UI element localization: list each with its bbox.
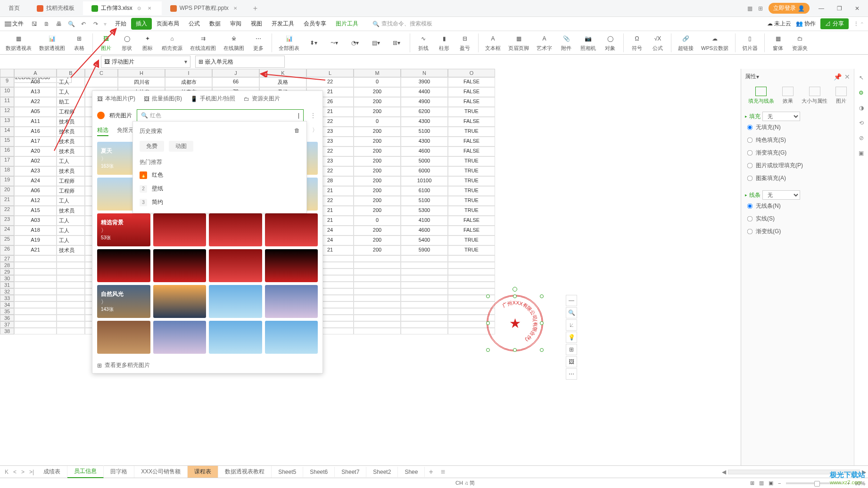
radio-nofill[interactable]: 无填充(N) xyxy=(745,121,850,134)
add-sheet-button[interactable]: + xyxy=(425,468,437,476)
row-header[interactable]: 17 xyxy=(0,156,14,166)
cell[interactable] xyxy=(354,301,401,308)
cell[interactable]: 66 xyxy=(212,77,259,87)
radio-solidline[interactable]: 实线(S) xyxy=(745,212,850,225)
cell[interactable] xyxy=(57,255,85,262)
row-header[interactable]: 25 xyxy=(0,236,14,245)
rotate-handle[interactable] xyxy=(513,287,517,292)
command-search[interactable]: 🔍 查找命令、搜索模板 xyxy=(372,20,432,28)
thumb[interactable] xyxy=(153,285,207,318)
row-header[interactable]: 30 xyxy=(0,275,14,282)
attach-button[interactable]: 📎附件 xyxy=(557,33,576,53)
sheet-tab[interactable]: Sheet2 xyxy=(366,467,398,477)
cell[interactable] xyxy=(14,321,57,328)
coop-button[interactable]: 👥 协作 xyxy=(796,20,816,28)
mindmap-button[interactable]: ※在线脑图 xyxy=(221,33,247,53)
cell[interactable]: 工程师 xyxy=(57,107,85,117)
sparkline-wl-button[interactable]: ⊟盈亏 xyxy=(455,33,474,53)
cell[interactable]: 200 xyxy=(354,87,401,97)
sheet-tab[interactable]: 田字格 xyxy=(104,466,134,478)
cell[interactable] xyxy=(401,308,448,315)
filter-more[interactable]: 〉 xyxy=(312,126,318,136)
col-header[interactable]: O xyxy=(448,69,495,77)
ribbon-tab-formula[interactable]: 公式 xyxy=(184,18,205,30)
thumb[interactable] xyxy=(209,285,262,318)
props-tab-effect[interactable]: 效果 xyxy=(780,85,795,106)
cell[interactable]: TRUE xyxy=(448,206,495,216)
cell[interactable] xyxy=(14,301,57,308)
cell[interactable]: FALSE xyxy=(448,97,495,107)
cell[interactable]: 4100 xyxy=(401,216,448,226)
cell[interactable]: 200 xyxy=(354,206,401,216)
cell[interactable]: TRUE xyxy=(448,176,495,186)
picture-button[interactable]: 🖼图片 xyxy=(97,33,116,53)
close-button[interactable]: ✕ xyxy=(851,2,863,15)
ribbon-tab-layout[interactable]: 页面布局 xyxy=(152,18,184,30)
close-icon[interactable]: ✕ xyxy=(844,73,850,81)
last-sheet-icon[interactable]: >| xyxy=(29,469,34,475)
cell[interactable]: FALSE xyxy=(448,117,495,127)
cell[interactable]: A12 xyxy=(14,196,57,206)
cell[interactable] xyxy=(85,77,118,87)
cell[interactable] xyxy=(448,288,495,295)
flowchart-button[interactable]: ⇉在线流程图 xyxy=(187,33,219,53)
row-header[interactable]: 14 xyxy=(0,127,14,137)
tab-workbook[interactable]: 工作簿3.xlsx ⊙ ✕ xyxy=(83,1,162,15)
cell[interactable]: 5900 xyxy=(401,245,448,255)
ribbon-tab-dev[interactable]: 开发工具 xyxy=(267,18,299,30)
cell[interactable] xyxy=(401,282,448,288)
cell[interactable]: A18 xyxy=(14,226,57,236)
cell[interactable]: 5300 xyxy=(401,206,448,216)
thumb[interactable] xyxy=(265,213,318,246)
sparkline-bar-button[interactable]: ▮柱形 xyxy=(435,33,454,53)
col-header[interactable]: K xyxy=(259,69,306,77)
cell[interactable]: 4300 xyxy=(401,117,448,127)
row-header[interactable]: 15 xyxy=(0,137,14,146)
row-header[interactable]: 10 xyxy=(0,87,14,97)
cell[interactable]: 0 xyxy=(354,216,401,226)
cell[interactable]: 4900 xyxy=(401,97,448,107)
cell[interactable]: 200 xyxy=(354,137,401,146)
row-header[interactable]: 37 xyxy=(0,321,14,328)
cell[interactable]: 4600 xyxy=(401,226,448,236)
cell[interactable]: 工人 xyxy=(57,77,85,87)
fill-section-header[interactable]: 填充 无 xyxy=(745,112,850,121)
crop-button[interactable]: ⟀ xyxy=(566,319,577,331)
cell[interactable] xyxy=(448,255,495,262)
login-button[interactable]: 立即登录👤 xyxy=(769,3,810,14)
row-header[interactable]: 35 xyxy=(0,308,14,315)
src-batch[interactable]: 🖼批量插图(B) xyxy=(144,95,182,103)
row-header[interactable]: 20 xyxy=(0,186,14,196)
cell[interactable] xyxy=(448,262,495,268)
restore-button[interactable]: ❐ xyxy=(833,2,845,15)
row-header[interactable]: 38 xyxy=(0,328,14,334)
cell[interactable] xyxy=(14,255,57,262)
hyperlink-button[interactable]: 🔗超链接 xyxy=(675,33,696,53)
cell[interactable]: 技术员 xyxy=(57,206,85,216)
row-header[interactable]: 11 xyxy=(0,97,14,107)
hbar-icon[interactable]: ▤▾ xyxy=(366,37,385,49)
col-header[interactable] xyxy=(0,69,14,77)
col-header[interactable]: J xyxy=(212,69,259,77)
undo-icon[interactable]: ↶ xyxy=(79,20,88,28)
cell[interactable] xyxy=(354,275,401,282)
cell[interactable]: 技术员 xyxy=(57,146,85,156)
sheet-tab[interactable]: 数据透视表教程 xyxy=(218,466,272,478)
restrict-icon[interactable]: ⊘ xyxy=(857,134,866,142)
forms-button[interactable]: ▦窗体 xyxy=(769,33,787,53)
row-header[interactable]: 36 xyxy=(0,315,14,321)
view-layout-icon[interactable]: ▥ xyxy=(759,480,764,486)
cell[interactable] xyxy=(354,315,401,321)
zoom-out-button[interactable]: − xyxy=(778,480,781,486)
ribbon-tab-insert[interactable]: 插入 xyxy=(131,18,152,30)
ribbon-tab-vip[interactable]: 会员专享 xyxy=(299,18,331,30)
symbol-button[interactable]: Ω符号 xyxy=(628,33,646,53)
cell[interactable]: TRUE xyxy=(448,236,495,245)
cell[interactable] xyxy=(57,275,85,282)
row-header[interactable]: 13 xyxy=(0,117,14,127)
cell[interactable] xyxy=(401,301,448,308)
cell[interactable] xyxy=(14,288,57,295)
cell[interactable]: 0 xyxy=(354,77,401,87)
slicer-button[interactable]: ▯切片器 xyxy=(739,33,761,53)
cell[interactable] xyxy=(448,275,495,282)
